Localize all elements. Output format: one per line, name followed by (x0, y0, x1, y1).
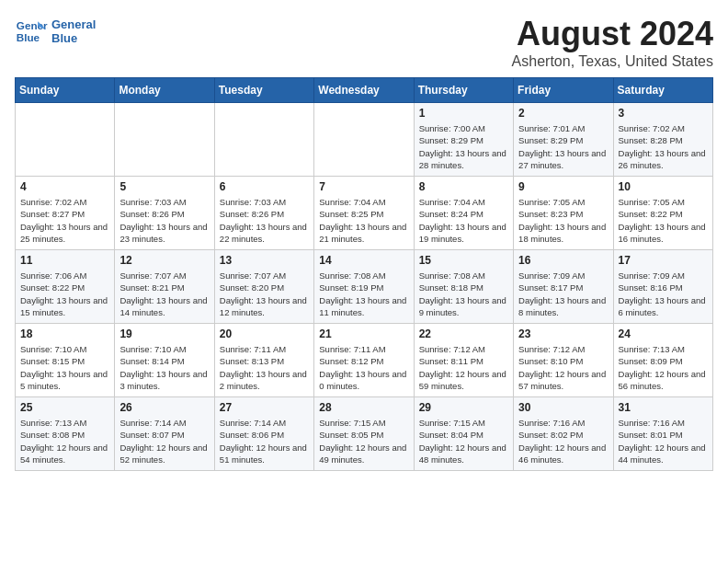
logo-line2: Blue (51, 31, 96, 45)
day-number: 4 (20, 180, 109, 193)
calendar-cell: 30Sunrise: 7:16 AMSunset: 8:02 PMDayligh… (514, 397, 613, 471)
calendar-cell: 19Sunrise: 7:10 AMSunset: 8:14 PMDayligh… (115, 324, 214, 397)
calendar-cell: 17Sunrise: 7:09 AMSunset: 8:16 PMDayligh… (613, 250, 712, 324)
day-number: 31 (619, 401, 708, 414)
day-info: Sunrise: 7:00 AMSunset: 8:29 PMDaylight:… (419, 122, 508, 171)
day-number: 19 (119, 327, 209, 340)
day-number: 8 (419, 180, 508, 193)
day-info: Sunrise: 7:10 AMSunset: 8:14 PMDaylight:… (119, 343, 209, 392)
day-number: 6 (220, 180, 309, 193)
day-number: 20 (220, 327, 309, 340)
calendar-week-row: 1Sunrise: 7:00 AMSunset: 8:29 PMDaylight… (16, 103, 713, 177)
day-number: 12 (119, 254, 209, 267)
weekday-header-row: SundayMondayTuesdayWednesdayThursdayFrid… (16, 78, 713, 103)
weekday-header-sunday: Sunday (16, 78, 115, 103)
day-info: Sunrise: 7:05 AMSunset: 8:22 PMDaylight:… (619, 196, 708, 245)
day-number: 15 (419, 254, 508, 267)
day-number: 23 (518, 327, 608, 340)
calendar-cell: 23Sunrise: 7:12 AMSunset: 8:10 PMDayligh… (514, 324, 613, 397)
day-info: Sunrise: 7:11 AMSunset: 8:13 PMDaylight:… (220, 343, 309, 392)
calendar-week-row: 25Sunrise: 7:13 AMSunset: 8:08 PMDayligh… (16, 397, 713, 471)
calendar-week-row: 11Sunrise: 7:06 AMSunset: 8:22 PMDayligh… (16, 250, 713, 324)
day-info: Sunrise: 7:11 AMSunset: 8:12 PMDaylight:… (319, 343, 408, 392)
day-info: Sunrise: 7:03 AMSunset: 8:26 PMDaylight:… (220, 196, 309, 245)
day-info: Sunrise: 7:07 AMSunset: 8:20 PMDaylight:… (220, 270, 309, 318)
calendar-cell: 4Sunrise: 7:02 AMSunset: 8:27 PMDaylight… (16, 177, 115, 250)
day-info: Sunrise: 7:15 AMSunset: 8:04 PMDaylight:… (419, 417, 508, 465)
calendar-cell: 31Sunrise: 7:16 AMSunset: 8:01 PMDayligh… (613, 397, 712, 471)
day-info: Sunrise: 7:08 AMSunset: 8:18 PMDaylight:… (419, 270, 508, 318)
day-number: 22 (419, 327, 508, 340)
calendar-week-row: 18Sunrise: 7:10 AMSunset: 8:15 PMDayligh… (16, 324, 713, 397)
day-number: 17 (619, 254, 708, 267)
day-number: 3 (619, 107, 708, 120)
day-number: 27 (220, 401, 309, 414)
calendar-cell: 25Sunrise: 7:13 AMSunset: 8:08 PMDayligh… (16, 397, 115, 471)
title-block: August 2024 Asherton, Texas, United Stat… (512, 15, 713, 70)
calendar-cell: 12Sunrise: 7:07 AMSunset: 8:21 PMDayligh… (115, 250, 214, 324)
day-info: Sunrise: 7:09 AMSunset: 8:16 PMDaylight:… (619, 270, 708, 318)
calendar-cell: 27Sunrise: 7:14 AMSunset: 8:06 PMDayligh… (214, 397, 313, 471)
calendar-cell: 21Sunrise: 7:11 AMSunset: 8:12 PMDayligh… (314, 324, 414, 397)
weekday-header-thursday: Thursday (414, 78, 513, 103)
day-number: 2 (518, 107, 608, 120)
day-info: Sunrise: 7:16 AMSunset: 8:01 PMDaylight:… (619, 417, 708, 465)
day-number: 14 (319, 254, 408, 267)
day-info: Sunrise: 7:13 AMSunset: 8:09 PMDaylight:… (619, 343, 708, 392)
svg-text:General: General (17, 19, 48, 31)
day-number: 18 (20, 327, 109, 340)
day-info: Sunrise: 7:14 AMSunset: 8:07 PMDaylight:… (119, 417, 209, 465)
day-number: 5 (119, 180, 209, 193)
calendar-cell: 2Sunrise: 7:01 AMSunset: 8:29 PMDaylight… (514, 103, 613, 177)
day-info: Sunrise: 7:14 AMSunset: 8:06 PMDaylight:… (220, 417, 309, 465)
day-info: Sunrise: 7:05 AMSunset: 8:23 PMDaylight:… (518, 196, 608, 245)
weekday-header-monday: Monday (115, 78, 214, 103)
day-info: Sunrise: 7:08 AMSunset: 8:19 PMDaylight:… (319, 270, 408, 318)
day-number: 16 (518, 254, 608, 267)
day-info: Sunrise: 7:01 AMSunset: 8:29 PMDaylight:… (518, 122, 608, 171)
day-info: Sunrise: 7:03 AMSunset: 8:26 PMDaylight:… (119, 196, 209, 245)
logo-line1: General (51, 17, 96, 31)
day-info: Sunrise: 7:10 AMSunset: 8:15 PMDaylight:… (20, 343, 109, 392)
day-info: Sunrise: 7:02 AMSunset: 8:27 PMDaylight:… (20, 196, 109, 245)
calendar-cell: 24Sunrise: 7:13 AMSunset: 8:09 PMDayligh… (613, 324, 712, 397)
weekday-header-tuesday: Tuesday (214, 78, 313, 103)
day-number: 21 (319, 327, 408, 340)
day-number: 11 (20, 254, 109, 267)
calendar-cell: 10Sunrise: 7:05 AMSunset: 8:22 PMDayligh… (613, 177, 712, 250)
svg-text:Blue: Blue (17, 31, 40, 43)
day-info: Sunrise: 7:12 AMSunset: 8:10 PMDaylight:… (518, 343, 608, 392)
day-info: Sunrise: 7:16 AMSunset: 8:02 PMDaylight:… (518, 417, 608, 465)
day-info: Sunrise: 7:07 AMSunset: 8:21 PMDaylight:… (119, 270, 209, 318)
day-number: 25 (20, 401, 109, 414)
location-subtitle: Asherton, Texas, United States (512, 53, 713, 70)
day-number: 13 (220, 254, 309, 267)
day-info: Sunrise: 7:15 AMSunset: 8:05 PMDaylight:… (319, 417, 408, 465)
calendar-cell: 20Sunrise: 7:11 AMSunset: 8:13 PMDayligh… (214, 324, 313, 397)
calendar-table: SundayMondayTuesdayWednesdayThursdayFrid… (15, 77, 713, 471)
calendar-cell: 6Sunrise: 7:03 AMSunset: 8:26 PMDaylight… (214, 177, 313, 250)
day-info: Sunrise: 7:02 AMSunset: 8:28 PMDaylight:… (619, 122, 708, 171)
day-info: Sunrise: 7:12 AMSunset: 8:11 PMDaylight:… (419, 343, 508, 392)
calendar-cell: 14Sunrise: 7:08 AMSunset: 8:19 PMDayligh… (314, 250, 414, 324)
calendar-cell: 15Sunrise: 7:08 AMSunset: 8:18 PMDayligh… (414, 250, 513, 324)
day-number: 29 (419, 401, 508, 414)
calendar-cell: 7Sunrise: 7:04 AMSunset: 8:25 PMDaylight… (314, 177, 414, 250)
day-info: Sunrise: 7:04 AMSunset: 8:24 PMDaylight:… (419, 196, 508, 245)
calendar-cell (214, 103, 313, 177)
calendar-cell: 5Sunrise: 7:03 AMSunset: 8:26 PMDaylight… (115, 177, 214, 250)
month-year-title: August 2024 (512, 15, 713, 53)
weekday-header-friday: Friday (514, 78, 613, 103)
calendar-cell (115, 103, 214, 177)
day-number: 9 (518, 180, 608, 193)
calendar-cell: 18Sunrise: 7:10 AMSunset: 8:15 PMDayligh… (16, 324, 115, 397)
day-number: 26 (119, 401, 209, 414)
calendar-cell: 26Sunrise: 7:14 AMSunset: 8:07 PMDayligh… (115, 397, 214, 471)
day-number: 28 (319, 401, 408, 414)
day-number: 30 (518, 401, 608, 414)
logo: General Blue General Blue (15, 15, 96, 48)
calendar-cell: 28Sunrise: 7:15 AMSunset: 8:05 PMDayligh… (314, 397, 414, 471)
calendar-cell: 3Sunrise: 7:02 AMSunset: 8:28 PMDaylight… (613, 103, 712, 177)
calendar-cell: 16Sunrise: 7:09 AMSunset: 8:17 PMDayligh… (514, 250, 613, 324)
weekday-header-wednesday: Wednesday (314, 78, 414, 103)
